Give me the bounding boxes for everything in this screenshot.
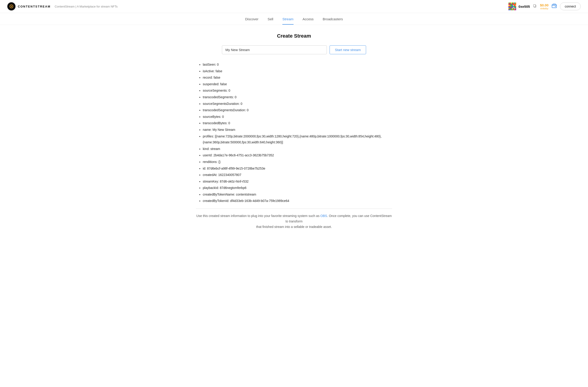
footer-text-3: that finished stream into a sellable or … <box>256 225 332 229</box>
stream-info-item: lastSeen: 0 <box>203 61 392 68</box>
logo-icon <box>7 2 16 10</box>
stream-info-item: id: 87d6ebcf-a98f-4f99-9e15-0728be7b253e <box>203 165 392 172</box>
avatar <box>508 2 516 10</box>
header-right: 0xe505 $0.00 rinkeby connect <box>508 2 581 10</box>
svg-rect-5 <box>555 6 556 7</box>
wallet-address: 0xe505 <box>518 4 530 8</box>
logo-area: CONTENTSTREAM ContentStream | A Marketpl… <box>7 2 117 10</box>
nav-item-access[interactable]: Access <box>303 17 314 25</box>
stream-info-item: sourceSegmentsDuration: 0 <box>203 101 392 107</box>
stream-info-item: transcodedBytes: 0 <box>203 120 392 126</box>
svg-rect-4 <box>552 4 557 8</box>
stream-info-item: record: false <box>203 75 392 81</box>
obs-link[interactable]: OBS <box>320 214 327 218</box>
page-title: Create Stream <box>196 33 392 39</box>
header: CONTENTSTREAM ContentStream | A Marketpl… <box>0 0 588 13</box>
stream-name-input[interactable] <box>222 45 327 54</box>
stream-info-item: isActive: false <box>203 68 392 74</box>
stream-info-item: transcodedSegmentsDuration: 0 <box>203 107 392 113</box>
divider <box>196 209 392 209</box>
stream-info-item: createdAt: 1622340057807 <box>203 172 392 178</box>
main-content: Create Stream Start new stream lastSeen:… <box>191 25 397 243</box>
stream-info-item: userId: 2b4da17e-96c6-4751-acc3-3623b75b… <box>203 152 392 158</box>
stream-info-item: sourceSegments: 0 <box>203 88 392 94</box>
nav-item-sell[interactable]: Sell <box>268 17 273 25</box>
footer-text-1: Use this created stream information to p… <box>196 214 320 218</box>
balance-network: rinkeby <box>540 7 548 10</box>
stream-info-item: kind: stream <box>203 146 392 152</box>
stream-info-item: createdByTokenName: contentstream <box>203 192 392 198</box>
stream-info-item: name: My New Stream <box>203 127 392 133</box>
logo-subtitle: ContentStream | A Marketplace for stream… <box>55 5 118 8</box>
nav-item-broadcasters[interactable]: Broadcasters <box>323 17 343 25</box>
footer-info: Use this created stream information to p… <box>196 213 392 230</box>
stream-form: Start new stream <box>196 45 392 54</box>
stream-info-item: transcodedSegments: 0 <box>203 94 392 100</box>
stream-info-item: sourceBytes: 0 <box>203 114 392 120</box>
balance-area: $0.00 rinkeby <box>540 3 548 10</box>
main-nav: Discover Sell Stream Access Broadcasters <box>0 13 588 25</box>
nav-item-discover[interactable]: Discover <box>245 17 258 25</box>
stream-info-list: lastSeen: 0isActive: falserecord: falses… <box>196 61 392 204</box>
svg-marker-1 <box>11 6 12 7</box>
connect-button[interactable]: connect <box>560 2 581 10</box>
stream-info-item: renditions: {} <box>203 159 392 165</box>
stream-info-item: createdByTokenId: df4d33eb-163b-4d49-b07… <box>203 198 392 204</box>
balance-amount: $0.00 <box>540 3 548 7</box>
copy-address-button[interactable] <box>532 4 538 9</box>
logo-text: CONTENTSTREAM <box>18 5 51 8</box>
stream-info-item: profiles: [{name:720p,bitrate:2000000,fp… <box>203 133 392 145</box>
stream-info-item: playbackId: 87d6negtxmferbp6 <box>203 185 392 191</box>
wallet-icon-button[interactable] <box>551 3 558 10</box>
start-stream-button[interactable]: Start new stream <box>330 45 366 54</box>
nav-item-stream[interactable]: Stream <box>282 17 293 25</box>
stream-info-item: streamKey: 87d6-ok0z-htnf-r532 <box>203 178 392 185</box>
stream-info-item: suspended: false <box>203 81 392 87</box>
svg-rect-3 <box>533 4 536 7</box>
